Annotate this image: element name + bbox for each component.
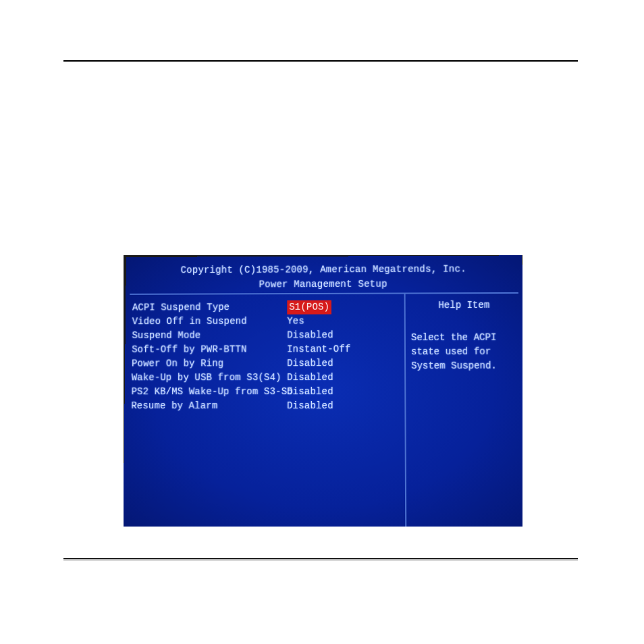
setting-suspend-mode[interactable]: Suspend Mode Disabled [132,328,400,343]
setting-label: Resume by Alarm [131,399,287,413]
setting-ps2-kb-ms-wakeup[interactable]: PS2 KB/MS Wake-Up from S3-S5 Disabled [131,385,400,399]
setting-label: Wake-Up by USB from S3(S4) [132,371,287,385]
setting-value: Disabled [287,371,333,385]
help-text: Select the ACPI state used for System Su… [408,331,520,373]
setting-value: Disabled [287,328,333,342]
help-heading: Help Item [408,300,520,311]
bios-horizontal-divider [130,292,518,295]
bios-section-title: Power Management Setup [126,278,522,290]
page-number: — [0,570,644,587]
setting-value: Disabled [287,385,333,399]
setting-acpi-suspend-type[interactable]: ACPI Suspend Type S1(POS) [132,300,400,315]
setting-value: Disabled [287,356,333,371]
bios-vertical-divider [404,292,407,527]
setting-label: Suspend Mode [132,329,287,343]
horizontal-rule-bottom [63,558,578,560]
bios-help-panel: Help Item Select the ACPI state used for… [408,300,521,373]
setting-value: Yes [287,315,304,329]
setting-value: Instant-Off [287,342,350,356]
setting-label: Soft-Off by PWR-BTTN [132,342,287,356]
setting-power-on-by-ring[interactable]: Power On by Ring Disabled [132,356,400,371]
setting-value-selected: S1(POS) [287,300,331,315]
bios-copyright: Copyright (C)1985-2009, American Megatre… [126,263,522,275]
setting-soft-off-pwr-bttn[interactable]: Soft-Off by PWR-BTTN Instant-Off [132,342,400,357]
bios-screen: Copyright (C)1985-2009, American Megatre… [124,255,522,527]
setting-label: ACPI Suspend Type [132,300,287,315]
setting-label: Power On by Ring [132,356,287,371]
setting-video-off-in-suspend[interactable]: Video Off in Suspend Yes [132,314,400,329]
horizontal-rule-top [63,60,578,62]
setting-wake-up-usb-s3s4[interactable]: Wake-Up by USB from S3(S4) Disabled [132,371,400,385]
setting-value: Disabled [287,399,333,413]
bios-settings-panel: ACPI Suspend Type S1(POS) Video Off in S… [131,300,400,413]
setting-label: Video Off in Suspend [132,315,288,329]
bios-screenshot: Copyright (C)1985-2009, American Megatre… [124,255,522,527]
setting-label: PS2 KB/MS Wake-Up from S3-S5 [131,385,287,399]
setting-resume-by-alarm[interactable]: Resume by Alarm Disabled [131,399,400,413]
